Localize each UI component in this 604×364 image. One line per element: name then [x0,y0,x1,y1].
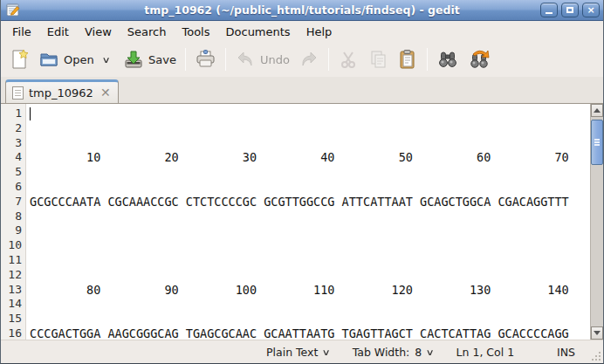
copy-icon [367,49,388,70]
replace-button[interactable] [463,45,495,73]
gedit-app-icon[interactable] [6,3,21,17]
paste-clipboard-icon [397,49,418,70]
cut-button[interactable] [333,45,363,73]
undo-icon [235,49,256,70]
gedit-window: tmp_10962 (~/public_html/tutorials/finds… [0,0,604,364]
new-document-icon [9,49,30,70]
window-title: tmp_10962 (~/public_html/tutorials/finds… [1,3,603,17]
statusbar: Plain Text ∨ Tab Width: 8 ∨ Ln 1, Col 1 … [1,340,603,363]
tab-width-selector[interactable]: Tab Width: 8 ∨ [353,346,434,359]
overwrite-mode-indicator: INS [557,346,575,359]
find-button[interactable] [432,45,463,73]
arrow-down-icon [594,331,601,335]
save-button-label: Save [148,53,176,66]
scroll-down-button[interactable] [591,326,603,340]
toolbar-separator [328,48,329,71]
menu-view[interactable]: View [77,23,120,41]
text-line: GCGCCCAATA CGCAAACCGC CTCTCCCCGC GCGTTGG… [30,195,590,209]
menu-documents[interactable]: Documents [218,23,299,41]
line-number: 2 [1,121,22,136]
text-line: 10 20 30 40 50 60 70 [30,150,590,165]
line-number: 1 [1,106,22,121]
line-number: 14 [1,297,22,312]
text-line [30,238,590,253]
line-number: 16 [1,326,22,340]
undo-button[interactable]: Undo [230,45,294,73]
text-caret [30,107,31,120]
toolbar: Open ∨ Save [1,42,603,77]
tab-tmp-10962[interactable]: tmp_10962 ✕ [5,79,119,103]
copy-button[interactable] [363,45,393,73]
menu-edit[interactable]: Edit [39,23,77,41]
new-document-button[interactable] [4,45,34,73]
line-number: 5 [1,165,22,180]
close-button[interactable]: × [582,3,600,17]
print-button[interactable] [190,45,221,73]
line-number: 4 [1,150,22,165]
resize-grip[interactable] [591,351,601,361]
open-recent-dropdown[interactable]: ∨ [99,52,113,68]
save-button[interactable]: Save [119,45,181,73]
document-icon [12,86,24,100]
menu-tools[interactable]: Tools [174,23,217,41]
line-number: 15 [1,312,22,326]
toolbar-separator [427,48,428,71]
tab-close-icon[interactable]: ✕ [100,86,111,99]
open-button-label: Open [64,53,94,66]
vertical-scrollbar[interactable] [590,104,603,340]
save-icon [123,49,144,70]
line-number: 9 [1,223,22,238]
tab-width-label: Tab Width: [353,346,410,359]
maximize-button[interactable] [561,3,579,17]
tab-title: tmp_10962 [29,86,93,100]
line-number: 6 [1,180,22,195]
line-number-gutter: 1 2 3 4 5 6 7 8 9 10 11 12 13 14 15 16 [1,104,26,340]
cursor-position: Ln 1, Col 1 [456,346,515,359]
minimize-button[interactable] [540,3,558,17]
language-selector[interactable]: Plain Text ∨ [266,346,330,359]
titlebar: tmp_10962 (~/public_html/tutorials/finds… [1,0,603,21]
line-number: 13 [1,283,22,298]
menu-file[interactable]: File [4,23,39,41]
cut-scissors-icon [338,49,359,70]
redo-icon [299,49,319,70]
line-number: 11 [1,253,22,268]
line-number: 3 [1,136,22,151]
text-line: CCCGACTGGA AAGCGGGCAG TGAGCGCAAC GCAATTA… [30,326,590,340]
chevron-down-icon: ∨ [426,347,435,357]
scrollbar-track[interactable] [591,117,603,326]
line-number: 10 [1,238,22,253]
open-folder-icon [38,49,59,70]
text-line: 80 90 100 110 120 130 140 [30,283,590,298]
open-button[interactable]: Open [34,45,99,73]
close-icon: × [587,5,594,15]
toolbar-separator [185,48,186,71]
text-view[interactable]: 1 2 3 4 5 6 7 8 9 10 11 12 13 14 15 16 1… [1,104,590,340]
minimize-icon [546,12,553,14]
tab-bar: tmp_10962 ✕ [1,77,603,103]
find-binoculars-icon [436,49,459,70]
text-content[interactable]: 10 20 30 40 50 60 70 GCGCCCAATA CGCAAACC… [26,104,590,340]
line-number: 12 [1,268,22,283]
chevron-down-icon: ∨ [101,55,110,65]
arrow-up-icon [594,108,601,113]
menu-search[interactable]: Search [120,23,175,41]
language-label: Plain Text [266,346,318,359]
editor-area: 1 2 3 4 5 6 7 8 9 10 11 12 13 14 15 16 1… [1,103,603,340]
paste-button[interactable] [393,45,422,73]
scroll-up-button[interactable] [591,104,603,117]
line-number: 8 [1,209,22,224]
scrollbar-thumb[interactable] [591,120,603,165]
maximize-icon [566,7,573,13]
replace-binoculars-icon [468,49,491,70]
print-icon [195,49,216,70]
redo-button[interactable] [294,45,324,73]
undo-button-label: Undo [260,53,290,66]
toolbar-separator [225,48,226,71]
menu-help[interactable]: Help [299,23,340,41]
tab-width-value: 8 [415,346,422,359]
chevron-down-icon: ∨ [322,347,331,357]
line-number: 7 [1,195,22,209]
menubar: File Edit View Search Tools Documents He… [1,21,603,42]
